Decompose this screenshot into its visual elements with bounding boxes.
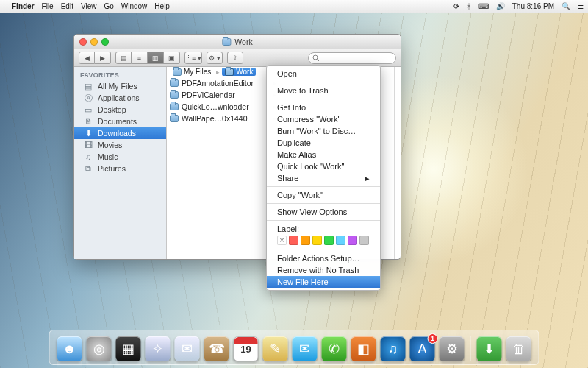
label-color-swatch[interactable]	[312, 236, 322, 245]
svg-line-1	[318, 59, 320, 61]
context-item-new-file-here[interactable]: New File Here	[267, 276, 380, 288]
context-item-move-to-trash[interactable]: Move to Trash	[267, 85, 380, 96]
context-item-show-view-options[interactable]: Show View Options	[267, 206, 380, 218]
sidebar-item-movies[interactable]: 🎞Movies	[74, 139, 166, 151]
list-item[interactable]: QuickLo…wnloader▸	[167, 101, 280, 113]
view-coverflow-button[interactable]: ▣	[164, 52, 180, 64]
status-input-icon[interactable]: ⌨	[478, 2, 489, 10]
dock: ☻◎▦✧✉☎19✎✉✆◧♫A1⚙⬇🗑	[49, 330, 539, 365]
apps-icon: Ⓐ	[83, 94, 93, 102]
status-sync-icon[interactable]: ⟳	[453, 2, 459, 10]
context-item-burn-work-to-disc[interactable]: Burn "Work" to Disc…	[267, 125, 380, 137]
search-input[interactable]	[322, 54, 392, 62]
folder-icon	[170, 103, 179, 110]
menu-go[interactable]: Go	[104, 2, 113, 10]
menu-help[interactable]: Help	[154, 2, 170, 10]
dock-separator	[470, 336, 471, 361]
context-item-get-info[interactable]: Get Info	[267, 102, 380, 113]
menu-view[interactable]: View	[81, 2, 97, 10]
label-color-swatch[interactable]	[348, 236, 357, 245]
nav-back-button[interactable]: ◀	[79, 52, 95, 64]
sidebar: FAVORITES ▤All My FilesⒶApplications▭Des…	[74, 67, 167, 259]
context-item-remove-with-no-trash[interactable]: Remove with No Trash	[267, 264, 380, 276]
dock-app-downloads[interactable]: ⬇	[477, 336, 502, 361]
nav-forward-button[interactable]: ▶	[95, 52, 111, 64]
context-item-quick-look-work[interactable]: Quick Look "Work"	[267, 160, 380, 172]
action-button[interactable]: ⚙ ▾	[207, 52, 223, 64]
window-close-button[interactable]	[79, 38, 87, 46]
status-bluetooth-icon[interactable]: ᚼ	[467, 2, 471, 10]
sidebar-item-applications[interactable]: ⒶApplications	[74, 92, 166, 104]
window-minimize-button[interactable]	[90, 38, 98, 46]
sidebar-item-documents[interactable]: 🗎Documents	[74, 116, 166, 127]
spotlight-icon[interactable]: 🔍	[562, 2, 570, 10]
list-item[interactable]: PDFViCalendar▸	[167, 89, 280, 101]
label-color-swatch[interactable]	[289, 236, 298, 245]
folder-icon	[170, 79, 179, 87]
dock-app-calendar[interactable]: 19	[234, 336, 259, 361]
list-item[interactable]: PDFAnnotationEditor▸	[167, 77, 280, 89]
dock-app-messages[interactable]: ✉	[293, 336, 318, 361]
share-button[interactable]: ⇪	[227, 52, 243, 64]
context-item-make-alias[interactable]: Make Alias	[267, 149, 380, 160]
menu-file[interactable]: File	[42, 2, 54, 10]
status-clock[interactable]: Thu 8:16 PM	[512, 2, 554, 10]
notifications-icon[interactable]: ≣	[578, 2, 584, 10]
dock-app-trash[interactable]: 🗑	[506, 336, 531, 361]
menu-window[interactable]: Window	[121, 2, 148, 10]
sidebar-item-music[interactable]: ♫Music	[74, 151, 166, 163]
view-icon-button[interactable]: ▤	[115, 52, 132, 64]
view-column-button[interactable]: ▥	[148, 52, 164, 64]
label-color-swatch[interactable]	[324, 236, 334, 245]
view-list-button[interactable]: ≡	[132, 52, 148, 64]
sidebar-item-label: Desktop	[98, 105, 126, 114]
dock-app-photo-booth[interactable]: ◧	[351, 336, 376, 361]
downloads-icon: ⬇	[83, 130, 93, 138]
dock-app-launchpad[interactable]: ◎	[87, 336, 112, 361]
label-color-swatch[interactable]	[359, 236, 369, 245]
column-1[interactable]: My Files ▸ Work PDFAnnotationEditor▸PDFV…	[167, 67, 281, 259]
dock-app-app-store[interactable]: A1	[410, 336, 435, 361]
dock-app-finder[interactable]: ☻	[57, 336, 82, 361]
path-seg-myfiles[interactable]: My Files	[170, 68, 214, 76]
app-name[interactable]: Finder	[12, 2, 35, 10]
sidebar-item-downloads[interactable]: ⬇Downloads	[74, 127, 166, 139]
search-field[interactable]	[308, 52, 396, 64]
dock-app-notes[interactable]: ✎	[263, 336, 288, 361]
list-item[interactable]: WallPape…0x1440▸	[167, 113, 280, 124]
menu-edit[interactable]: Edit	[61, 2, 74, 10]
context-label-header: Label:	[267, 223, 380, 235]
titlebar[interactable]: Work	[74, 35, 401, 49]
sidebar-item-desktop[interactable]: ▭Desktop	[74, 104, 166, 116]
dock-app-itunes[interactable]: ♫	[381, 336, 406, 361]
docs-icon: 🗎	[83, 118, 93, 126]
item-label: WallPape…0x1440	[182, 114, 248, 123]
context-item-compress-work[interactable]: Compress "Work"	[267, 113, 380, 125]
dock-app-safari[interactable]: ✧	[146, 336, 171, 361]
context-item-copy-work[interactable]: Copy "Work"	[267, 189, 380, 201]
dock-app-contacts[interactable]: ☎	[204, 336, 229, 361]
label-color-swatch[interactable]	[277, 236, 287, 245]
sidebar-item-label: Pictures	[98, 164, 126, 173]
dock-app-mail[interactable]: ✉	[175, 336, 200, 361]
context-menu: OpenMove to TrashGet InfoCompress "Work"…	[266, 65, 381, 291]
dock-app-system-preferences[interactable]: ⚙	[440, 336, 465, 361]
context-item-share[interactable]: Share▸	[267, 172, 380, 184]
label-color-swatch[interactable]	[301, 236, 310, 245]
context-item-folder-actions-setup[interactable]: Folder Actions Setup…	[267, 252, 380, 264]
status-volume-icon[interactable]: 🔊	[496, 2, 505, 10]
context-item-open[interactable]: Open	[267, 68, 380, 79]
dock-app-facetime[interactable]: ✆	[322, 336, 347, 361]
path-seg-work[interactable]: Work	[222, 68, 256, 76]
dock-app-mission-control[interactable]: ▦	[116, 336, 141, 361]
sidebar-item-pictures[interactable]: ⧉Pictures	[74, 163, 166, 174]
sidebar-item-label: Downloads	[98, 129, 136, 138]
arrange-button[interactable]: ⋮≡ ▾	[184, 52, 202, 64]
svg-point-0	[313, 55, 318, 60]
label-color-swatch[interactable]	[336, 236, 345, 245]
sidebar-item-label: Documents	[98, 117, 137, 126]
search-icon	[312, 54, 320, 62]
sidebar-item-all-my-files[interactable]: ▤All My Files	[74, 80, 166, 92]
window-zoom-button[interactable]	[101, 38, 109, 46]
context-item-duplicate[interactable]: Duplicate	[267, 137, 380, 149]
